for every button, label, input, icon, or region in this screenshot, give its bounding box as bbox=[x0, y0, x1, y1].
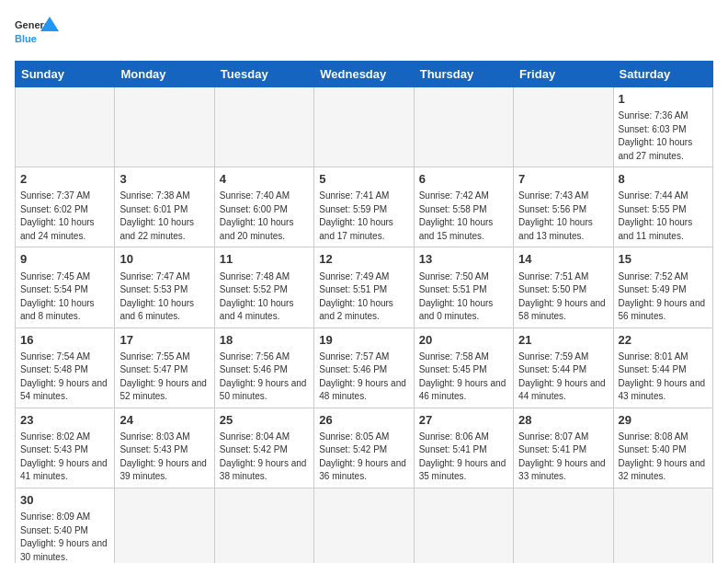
calendar-cell: 14Sunrise: 7:51 AMSunset: 5:50 PMDayligh… bbox=[514, 247, 613, 327]
day-info: Sunrise: 7:58 AMSunset: 5:45 PMDaylight:… bbox=[419, 350, 508, 404]
calendar-cell: 25Sunrise: 8:04 AMSunset: 5:42 PMDayligh… bbox=[214, 408, 313, 488]
day-number: 27 bbox=[419, 412, 508, 429]
day-info: Sunrise: 7:49 AMSunset: 5:51 PMDaylight:… bbox=[319, 270, 408, 324]
day-info: Sunrise: 7:45 AMSunset: 5:54 PMDaylight:… bbox=[20, 270, 109, 324]
weekday-header: Saturday bbox=[613, 62, 712, 87]
day-number: 29 bbox=[619, 412, 708, 429]
day-number: 13 bbox=[419, 251, 508, 268]
day-number: 16 bbox=[20, 332, 109, 349]
day-number: 4 bbox=[220, 171, 309, 188]
calendar-cell: 5Sunrise: 7:41 AMSunset: 5:59 PMDaylight… bbox=[314, 167, 414, 247]
day-number: 19 bbox=[319, 332, 408, 349]
calendar-cell bbox=[414, 488, 513, 563]
day-number: 1 bbox=[619, 91, 708, 108]
day-info: Sunrise: 7:56 AMSunset: 5:46 PMDaylight:… bbox=[220, 350, 309, 404]
day-info: Sunrise: 7:54 AMSunset: 5:48 PMDaylight:… bbox=[20, 350, 109, 404]
svg-text:Blue: Blue bbox=[15, 33, 37, 44]
day-number: 12 bbox=[319, 251, 408, 268]
weekday-header: Monday bbox=[115, 62, 214, 87]
day-info: Sunrise: 8:05 AMSunset: 5:42 PMDaylight:… bbox=[319, 431, 408, 484]
calendar-cell: 8Sunrise: 7:44 AMSunset: 5:55 PMDaylight… bbox=[613, 167, 712, 247]
calendar-cell: 1Sunrise: 7:36 AMSunset: 6:03 PMDaylight… bbox=[613, 87, 712, 167]
calendar-week-row: 23Sunrise: 8:02 AMSunset: 5:43 PMDayligh… bbox=[16, 408, 713, 488]
calendar-cell: 28Sunrise: 8:07 AMSunset: 5:41 PMDayligh… bbox=[514, 408, 613, 488]
calendar-week-row: 2Sunrise: 7:37 AMSunset: 6:02 PMDaylight… bbox=[16, 167, 713, 247]
day-number: 18 bbox=[220, 332, 309, 349]
day-number: 8 bbox=[619, 171, 708, 188]
day-number: 26 bbox=[319, 412, 408, 429]
day-info: Sunrise: 7:41 AMSunset: 5:59 PMDaylight:… bbox=[319, 190, 408, 243]
day-number: 2 bbox=[20, 171, 109, 188]
day-info: Sunrise: 7:36 AMSunset: 6:03 PMDaylight:… bbox=[619, 109, 708, 163]
calendar-cell: 19Sunrise: 7:57 AMSunset: 5:46 PMDayligh… bbox=[314, 327, 414, 408]
calendar-cell bbox=[314, 488, 414, 563]
calendar-cell: 11Sunrise: 7:48 AMSunset: 5:52 PMDayligh… bbox=[214, 247, 313, 327]
calendar-cell bbox=[514, 87, 613, 167]
day-info: Sunrise: 7:55 AMSunset: 5:47 PMDaylight:… bbox=[119, 350, 209, 404]
day-number: 20 bbox=[419, 332, 508, 349]
weekday-header: Wednesday bbox=[314, 62, 414, 87]
day-number: 3 bbox=[119, 171, 209, 188]
day-number: 9 bbox=[20, 251, 109, 268]
day-info: Sunrise: 7:57 AMSunset: 5:46 PMDaylight:… bbox=[319, 350, 408, 404]
calendar-week-row: 1Sunrise: 7:36 AMSunset: 6:03 PMDaylight… bbox=[16, 87, 713, 167]
day-number: 10 bbox=[119, 251, 209, 268]
day-number: 23 bbox=[20, 412, 109, 429]
calendar-cell: 26Sunrise: 8:05 AMSunset: 5:42 PMDayligh… bbox=[314, 408, 414, 488]
day-info: Sunrise: 7:59 AMSunset: 5:44 PMDaylight:… bbox=[518, 350, 608, 404]
calendar-cell: 23Sunrise: 8:02 AMSunset: 5:43 PMDayligh… bbox=[16, 408, 115, 488]
day-info: Sunrise: 8:01 AMSunset: 5:44 PMDaylight:… bbox=[619, 350, 708, 404]
day-number: 5 bbox=[319, 171, 408, 188]
day-number: 28 bbox=[518, 412, 608, 429]
calendar-cell: 13Sunrise: 7:50 AMSunset: 5:51 PMDayligh… bbox=[414, 247, 513, 327]
calendar-cell: 22Sunrise: 8:01 AMSunset: 5:44 PMDayligh… bbox=[613, 327, 712, 408]
day-info: Sunrise: 7:43 AMSunset: 5:56 PMDaylight:… bbox=[518, 190, 608, 243]
calendar-cell: 15Sunrise: 7:52 AMSunset: 5:49 PMDayligh… bbox=[613, 247, 712, 327]
weekday-header: Thursday bbox=[414, 62, 513, 87]
calendar-cell bbox=[16, 87, 115, 167]
calendar-cell: 9Sunrise: 7:45 AMSunset: 5:54 PMDaylight… bbox=[16, 247, 115, 327]
day-number: 11 bbox=[220, 251, 309, 268]
calendar-cell: 18Sunrise: 7:56 AMSunset: 5:46 PMDayligh… bbox=[214, 327, 313, 408]
page-header: General Blue bbox=[15, 15, 713, 52]
calendar-cell: 16Sunrise: 7:54 AMSunset: 5:48 PMDayligh… bbox=[16, 327, 115, 408]
day-info: Sunrise: 8:08 AMSunset: 5:40 PMDaylight:… bbox=[619, 431, 708, 484]
day-number: 25 bbox=[220, 412, 309, 429]
day-number: 15 bbox=[619, 251, 708, 268]
calendar-cell: 17Sunrise: 7:55 AMSunset: 5:47 PMDayligh… bbox=[115, 327, 214, 408]
calendar-cell: 3Sunrise: 7:38 AMSunset: 6:01 PMDaylight… bbox=[115, 167, 214, 247]
logo: General Blue bbox=[15, 15, 61, 52]
calendar-cell bbox=[514, 488, 613, 563]
calendar-cell: 4Sunrise: 7:40 AMSunset: 6:00 PMDaylight… bbox=[214, 167, 313, 247]
day-info: Sunrise: 8:03 AMSunset: 5:43 PMDaylight:… bbox=[119, 431, 209, 484]
calendar-cell: 6Sunrise: 7:42 AMSunset: 5:58 PMDaylight… bbox=[414, 167, 513, 247]
day-info: Sunrise: 8:06 AMSunset: 5:41 PMDaylight:… bbox=[419, 431, 508, 484]
day-info: Sunrise: 8:02 AMSunset: 5:43 PMDaylight:… bbox=[20, 431, 109, 484]
calendar-cell bbox=[115, 87, 214, 167]
calendar-cell: 20Sunrise: 7:58 AMSunset: 5:45 PMDayligh… bbox=[414, 327, 513, 408]
calendar-cell: 7Sunrise: 7:43 AMSunset: 5:56 PMDaylight… bbox=[514, 167, 613, 247]
logo-svg: General Blue bbox=[15, 15, 61, 52]
weekday-header: Sunday bbox=[16, 62, 115, 87]
calendar-cell: 30Sunrise: 8:09 AMSunset: 5:40 PMDayligh… bbox=[16, 488, 115, 563]
calendar-cell: 12Sunrise: 7:49 AMSunset: 5:51 PMDayligh… bbox=[314, 247, 414, 327]
weekday-header: Tuesday bbox=[214, 62, 313, 87]
calendar-cell: 27Sunrise: 8:06 AMSunset: 5:41 PMDayligh… bbox=[414, 408, 513, 488]
calendar-table: SundayMondayTuesdayWednesdayThursdayFrid… bbox=[15, 61, 713, 563]
calendar-cell: 2Sunrise: 7:37 AMSunset: 6:02 PMDaylight… bbox=[16, 167, 115, 247]
day-info: Sunrise: 8:04 AMSunset: 5:42 PMDaylight:… bbox=[220, 431, 309, 484]
day-info: Sunrise: 7:42 AMSunset: 5:58 PMDaylight:… bbox=[419, 190, 508, 243]
calendar-week-row: 9Sunrise: 7:45 AMSunset: 5:54 PMDaylight… bbox=[16, 247, 713, 327]
day-number: 6 bbox=[419, 171, 508, 188]
day-number: 14 bbox=[518, 251, 608, 268]
day-number: 22 bbox=[619, 332, 708, 349]
day-info: Sunrise: 7:52 AMSunset: 5:49 PMDaylight:… bbox=[619, 270, 708, 324]
day-number: 30 bbox=[20, 492, 109, 509]
day-info: Sunrise: 7:44 AMSunset: 5:55 PMDaylight:… bbox=[619, 190, 708, 243]
day-info: Sunrise: 7:48 AMSunset: 5:52 PMDaylight:… bbox=[220, 270, 309, 324]
calendar-cell bbox=[314, 87, 414, 167]
calendar-cell bbox=[214, 488, 313, 563]
day-number: 21 bbox=[518, 332, 608, 349]
day-info: Sunrise: 7:37 AMSunset: 6:02 PMDaylight:… bbox=[20, 190, 109, 243]
day-info: Sunrise: 7:51 AMSunset: 5:50 PMDaylight:… bbox=[518, 270, 608, 324]
